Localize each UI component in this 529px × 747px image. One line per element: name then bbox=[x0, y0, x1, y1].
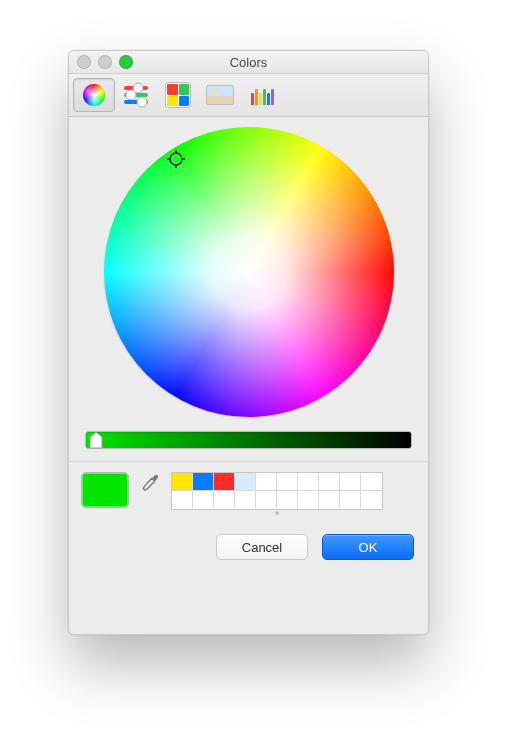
image-palettes-icon bbox=[206, 85, 234, 105]
swatch-cell[interactable] bbox=[298, 491, 319, 509]
current-color-well[interactable] bbox=[81, 472, 129, 508]
close-button[interactable] bbox=[77, 55, 91, 69]
swatch-cell[interactable] bbox=[340, 473, 361, 491]
eyedropper-button[interactable] bbox=[139, 472, 161, 494]
swatch-cell[interactable] bbox=[214, 473, 235, 491]
saved-swatches-grid[interactable] bbox=[171, 472, 383, 510]
swatch-cell[interactable] bbox=[319, 491, 340, 509]
sliders-icon bbox=[124, 86, 148, 104]
picker-body: Cancel OK bbox=[69, 117, 428, 634]
swatch-page-indicator bbox=[171, 508, 383, 518]
titlebar: Colors bbox=[69, 51, 428, 74]
minimize-button[interactable] bbox=[98, 55, 112, 69]
tab-color-palettes[interactable] bbox=[157, 78, 199, 112]
swatch-cell[interactable] bbox=[172, 473, 193, 491]
tab-color-sliders[interactable] bbox=[115, 78, 157, 112]
swatch-cell[interactable] bbox=[340, 491, 361, 509]
color-wheel[interactable] bbox=[104, 127, 394, 417]
colors-window: Colors bbox=[68, 50, 429, 635]
palettes-icon bbox=[165, 82, 191, 108]
swatch-cell[interactable] bbox=[172, 491, 193, 509]
color-wheel-icon bbox=[83, 84, 105, 106]
brightness-thumb[interactable] bbox=[88, 431, 104, 449]
traffic-lights bbox=[77, 51, 133, 73]
tab-pencils[interactable] bbox=[241, 78, 283, 112]
swatch-cell[interactable] bbox=[361, 473, 382, 491]
swatch-cell[interactable] bbox=[298, 473, 319, 491]
swatch-cell[interactable] bbox=[277, 491, 298, 509]
swatch-cell[interactable] bbox=[193, 473, 214, 491]
swatch-cell[interactable] bbox=[256, 491, 277, 509]
ok-button[interactable]: OK bbox=[322, 534, 414, 560]
tab-color-wheel[interactable] bbox=[73, 78, 115, 112]
color-wheel-area bbox=[69, 117, 428, 423]
swatch-cell[interactable] bbox=[277, 473, 298, 491]
swatch-section bbox=[69, 462, 428, 524]
wheel-crosshair-icon bbox=[167, 150, 185, 168]
picker-mode-tabs bbox=[69, 74, 428, 117]
swatch-cell[interactable] bbox=[193, 491, 214, 509]
brightness-slider[interactable] bbox=[85, 431, 412, 449]
zoom-button[interactable] bbox=[119, 55, 133, 69]
dialog-buttons: Cancel OK bbox=[69, 524, 428, 576]
swatch-cell[interactable] bbox=[235, 491, 256, 509]
pencils-icon bbox=[250, 85, 274, 105]
eyedropper-icon bbox=[140, 473, 160, 493]
svg-point-0 bbox=[170, 153, 182, 165]
swatch-cell[interactable] bbox=[214, 491, 235, 509]
cancel-button[interactable]: Cancel bbox=[216, 534, 308, 560]
brightness-slider-area bbox=[69, 423, 428, 461]
swatch-cell[interactable] bbox=[319, 473, 340, 491]
swatch-cell[interactable] bbox=[361, 491, 382, 509]
swatch-cell[interactable] bbox=[235, 473, 256, 491]
tab-image-palettes[interactable] bbox=[199, 78, 241, 112]
swatch-cell[interactable] bbox=[256, 473, 277, 491]
